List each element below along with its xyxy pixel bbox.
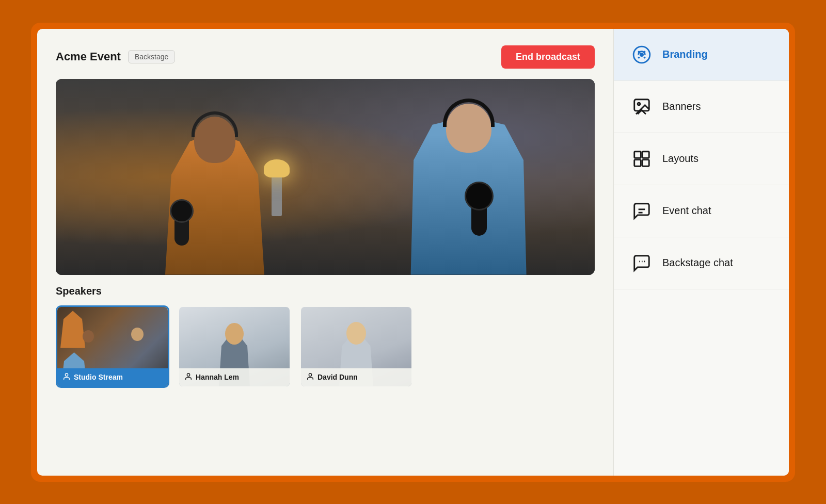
banners-label: Banners xyxy=(662,101,701,112)
layouts-label: Layouts xyxy=(662,153,698,165)
speaker-label-david-dunn: David Dunn xyxy=(301,368,411,386)
speakers-grid: Studio Stream xyxy=(56,305,595,388)
svg-rect-13 xyxy=(634,159,641,166)
backstage-badge: Backstage xyxy=(128,50,175,63)
svg-point-6 xyxy=(638,56,640,58)
person-icon-3 xyxy=(306,372,314,382)
svg-rect-11 xyxy=(634,151,641,158)
sidebar-item-event-chat[interactable]: Event chat xyxy=(614,185,789,237)
svg-point-2 xyxy=(309,373,311,376)
branding-icon xyxy=(630,43,653,66)
event-chat-icon xyxy=(630,200,653,222)
speaker-card-studio-stream[interactable]: Studio Stream xyxy=(56,305,169,388)
speaker-left xyxy=(153,108,277,275)
branding-label: Branding xyxy=(662,48,708,60)
svg-point-8 xyxy=(640,53,644,57)
headphones-left-icon xyxy=(192,111,238,137)
sidebar-item-banners[interactable]: Banners xyxy=(614,81,789,133)
headphones-right-icon xyxy=(443,99,495,127)
svg-rect-14 xyxy=(643,159,649,166)
svg-point-10 xyxy=(638,103,640,105)
speaker-card-david-dunn[interactable]: David Dunn xyxy=(299,305,413,388)
microphone-right-icon xyxy=(471,194,487,236)
sidebar-item-backstage-chat[interactable]: Backstage chat xyxy=(614,237,789,289)
header-left: Acme Event Backstage xyxy=(56,50,175,63)
microphone-left-icon xyxy=(174,209,189,246)
person-icon-2 xyxy=(184,372,193,382)
video-area xyxy=(56,79,595,275)
speaker-label-studio-stream: Studio Stream xyxy=(57,368,168,386)
sidebar-item-layouts[interactable]: Layouts xyxy=(614,133,789,185)
svg-point-1 xyxy=(187,373,189,376)
main-content: Acme Event Backstage End broadcast xyxy=(37,29,613,476)
speaker-name-hannah-lem: Hannah Lem xyxy=(196,373,239,381)
banners-icon xyxy=(630,95,653,118)
sidebar-item-branding[interactable]: Branding xyxy=(614,29,789,81)
speakers-title: Speakers xyxy=(56,285,595,297)
svg-point-5 xyxy=(644,51,646,53)
backstage-chat-label: Backstage chat xyxy=(662,257,733,269)
svg-point-7 xyxy=(644,56,646,58)
svg-rect-12 xyxy=(643,151,649,158)
speaker-name-studio-stream: Studio Stream xyxy=(74,373,123,381)
podcast-scene xyxy=(56,79,595,275)
person-icon xyxy=(62,372,71,382)
header: Acme Event Backstage End broadcast xyxy=(56,45,595,69)
speakers-section: Speakers xyxy=(56,285,595,459)
outer-frame: Acme Event Backstage End broadcast xyxy=(31,23,795,482)
inner-frame: Acme Event Backstage End broadcast xyxy=(37,29,789,476)
speaker-name-david-dunn: David Dunn xyxy=(317,373,358,381)
speaker-label-hannah-lem: Hannah Lem xyxy=(179,368,290,386)
sidebar: Branding Banners xyxy=(613,29,789,476)
event-title: Acme Event xyxy=(56,50,121,63)
end-broadcast-button[interactable]: End broadcast xyxy=(501,45,595,69)
event-chat-label: Event chat xyxy=(662,205,711,217)
svg-point-0 xyxy=(65,373,68,376)
layouts-icon xyxy=(630,148,653,170)
backstage-chat-icon xyxy=(630,252,653,274)
speaker-card-hannah-lem[interactable]: Hannah Lem xyxy=(178,305,291,388)
